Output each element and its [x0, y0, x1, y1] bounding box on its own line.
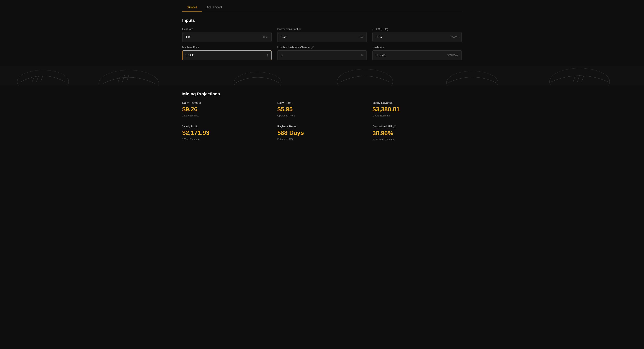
daily-profit-sublabel: Operating Profit	[277, 114, 367, 117]
chart-area	[0, 66, 644, 86]
daily-revenue-sublabel: 1 Day Estimate	[182, 114, 272, 117]
tab-advanced[interactable]: Advanced	[202, 3, 226, 12]
svg-line-14	[582, 76, 584, 82]
svg-point-4	[446, 71, 498, 86]
annualized-irr-info-icon: i	[393, 125, 396, 128]
machine-price-unit: $	[264, 54, 271, 57]
monthly-hashprice-wrapper: %	[277, 50, 367, 60]
daily-profit-value: $5.95	[277, 106, 367, 113]
machine-price-input[interactable]	[182, 50, 264, 60]
daily-revenue-item: Daily Revenue $9.26 1 Day Estimate	[182, 101, 272, 117]
svg-line-10	[122, 75, 124, 82]
svg-point-0	[17, 70, 69, 86]
inputs-grid: Hashrate TH/s Power Consumption kW OPEX …	[182, 28, 462, 60]
hashrate-group: Hashrate TH/s	[182, 28, 272, 42]
hashprice-group: Hashprice $/TH/Day	[372, 46, 462, 60]
inputs-section: Inputs Hashrate TH/s Power Consumption k…	[182, 18, 462, 60]
power-consumption-label: Power Consumption	[277, 28, 367, 31]
daily-revenue-label: Daily Revenue	[182, 101, 272, 104]
tabs-container: Simple Advanced	[182, 0, 462, 12]
projections-section: Mining Projections Daily Revenue $9.26 1…	[0, 86, 644, 147]
hashrate-wrapper: TH/s	[182, 32, 272, 42]
annualized-irr-item: Annualized IRR i 38.96% 24 Months Cashfl…	[372, 125, 462, 141]
opex-unit: $/kWH	[447, 36, 462, 39]
daily-profit-label: Daily Profit	[277, 101, 367, 104]
power-consumption-group: Power Consumption kW	[277, 28, 367, 42]
yearly-profit-item: Yearly Profit $2,171.93 1 Year Estimate	[182, 125, 272, 141]
opex-group: OPEX (USD) $/kWH	[372, 28, 462, 42]
hashprice-input[interactable]	[373, 50, 444, 60]
monthly-hashprice-group: Monthly Hashprice Change i %	[277, 46, 367, 60]
opex-wrapper: $/kWH	[372, 32, 462, 42]
yearly-revenue-item: Yearly Revenue $3,380.81 1 Year Estimate	[372, 101, 462, 117]
hashrate-unit: TH/s	[260, 36, 272, 39]
monthly-hashprice-label: Monthly Hashprice Change i	[277, 46, 367, 49]
yearly-profit-value: $2,171.93	[182, 130, 272, 136]
machine-price-wrapper: $	[182, 50, 272, 60]
monthly-hashprice-input[interactable]	[278, 50, 358, 60]
annualized-irr-label: Annualized IRR i	[372, 125, 462, 128]
power-consumption-wrapper: kW	[277, 32, 367, 42]
yearly-revenue-label: Yearly Revenue	[372, 101, 462, 104]
svg-line-8	[41, 76, 43, 82]
svg-point-2	[234, 72, 281, 86]
payback-period-item: Payback Period 588 Days Estimated ROI	[277, 125, 367, 141]
projections-heading: Mining Projections	[182, 92, 462, 96]
hashprice-label: Hashprice	[372, 46, 462, 49]
power-consumption-input[interactable]	[278, 32, 356, 42]
tab-simple[interactable]: Simple	[182, 3, 202, 12]
opex-input[interactable]	[373, 32, 448, 42]
yearly-profit-label: Yearly Profit	[182, 125, 272, 128]
payback-period-value: 588 Days	[277, 130, 367, 136]
svg-line-9	[118, 76, 120, 82]
payback-period-sublabel: Estimated ROI	[277, 138, 367, 140]
hashprice-unit: $/TH/Day	[444, 54, 462, 57]
annualized-irr-sublabel: 24 Months Cashflow	[372, 138, 462, 141]
svg-line-6	[32, 77, 34, 82]
power-consumption-unit: kW	[356, 36, 366, 39]
inputs-heading: Inputs	[182, 18, 462, 23]
annualized-irr-value: 38.96%	[372, 130, 462, 136]
yearly-revenue-value: $3,380.81	[372, 106, 462, 113]
daily-profit-item: Daily Profit $5.95 Operating Profit	[277, 101, 367, 117]
svg-point-1	[99, 70, 159, 86]
machine-price-label: Machine Price	[182, 46, 272, 49]
machine-price-group: Machine Price $	[182, 46, 272, 60]
monthly-hashprice-info-icon: i	[311, 46, 314, 49]
monthly-hashprice-unit: %	[358, 54, 366, 57]
svg-line-12	[573, 76, 575, 82]
svg-point-3	[337, 69, 393, 86]
hashrate-input[interactable]	[182, 32, 260, 42]
projections-grid: Daily Revenue $9.26 1 Day Estimate Daily…	[182, 101, 462, 141]
svg-point-5	[550, 68, 610, 86]
svg-line-13	[577, 75, 580, 82]
payback-period-label: Payback Period	[277, 125, 367, 128]
daily-revenue-value: $9.26	[182, 106, 272, 113]
opex-label: OPEX (USD)	[372, 28, 462, 31]
svg-line-7	[36, 76, 39, 82]
svg-line-11	[126, 75, 129, 82]
hashprice-wrapper: $/TH/Day	[372, 50, 462, 60]
hashrate-label: Hashrate	[182, 28, 272, 31]
yearly-revenue-sublabel: 1 Year Estimate	[372, 114, 462, 117]
yearly-profit-sublabel: 1 Year Estimate	[182, 138, 272, 140]
